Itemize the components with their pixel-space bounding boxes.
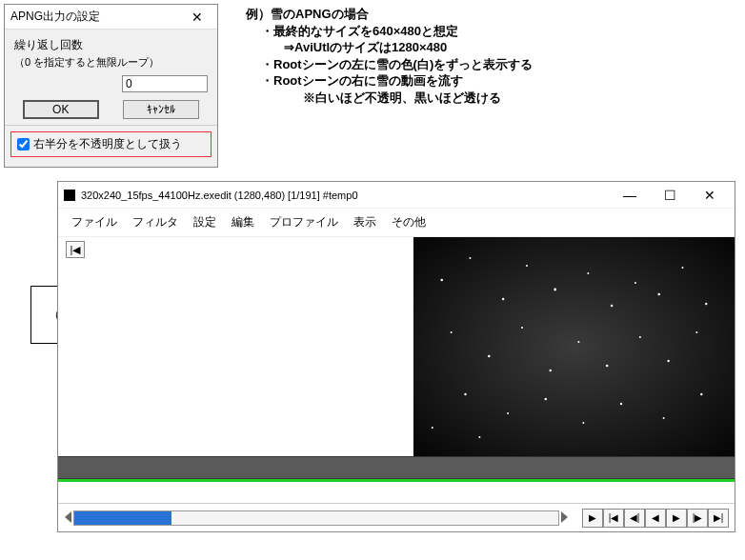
right-pane-snow-video (413, 237, 735, 456)
dialog-title: APNG出力の設定 (10, 9, 100, 25)
timeline-bar (58, 456, 735, 479)
explanation-text: 例）雪のAPNGの場合 ・最終的なサイズを640×480と想定 ⇒AviUtlの… (246, 6, 533, 106)
timeline-strip (58, 482, 735, 503)
menu-file[interactable]: ファイル (66, 212, 123, 232)
svg-point-19 (667, 360, 669, 362)
app-icon (64, 190, 75, 201)
svg-point-6 (587, 272, 589, 274)
svg-point-16 (577, 341, 579, 343)
svg-point-12 (451, 331, 453, 333)
explain-line3: ・Rootシーンの左に雪の色(白)をずっと表示する (246, 56, 533, 73)
svg-point-17 (606, 365, 609, 368)
step-back-button[interactable]: ◀ (645, 509, 666, 528)
menu-view[interactable]: 表示 (348, 212, 382, 232)
menu-edit[interactable]: 編集 (226, 212, 260, 232)
svg-point-5 (554, 289, 556, 291)
svg-rect-0 (413, 237, 735, 456)
close-icon[interactable]: ✕ (691, 184, 729, 207)
svg-point-20 (695, 331, 697, 333)
svg-point-21 (464, 393, 466, 395)
svg-point-26 (663, 417, 665, 419)
svg-point-25 (620, 403, 622, 405)
explain-line2: ⇒AviUtlのサイズは1280×480 (246, 39, 533, 56)
seek-right-icon[interactable] (561, 511, 568, 523)
svg-point-14 (521, 327, 523, 329)
explain-line1: ・最終的なサイズを640×480と想定 (246, 23, 533, 40)
play-button[interactable]: ▶ (582, 509, 603, 528)
menu-profile[interactable]: プロファイル (264, 212, 344, 232)
preview-title: 320x240_15fps_44100Hz.exedit (1280,480) … (81, 190, 611, 201)
explain-line4: ・Rootシーンの右に雪の動画を流す (246, 72, 533, 90)
svg-point-29 (478, 436, 480, 438)
minimize-icon[interactable]: — (611, 184, 649, 207)
explain-line5: ※白いほど不透明、黒いほど透ける (246, 90, 533, 107)
svg-point-8 (634, 282, 636, 284)
preview-window: 320x240_15fps_44100Hz.exedit (1280,480) … (57, 181, 735, 532)
menu-other[interactable]: その他 (386, 212, 432, 232)
svg-point-2 (469, 257, 471, 259)
apng-settings-dialog: APNG出力の設定 ✕ 繰り返し回数 （0 を指定すると無限ループ） OK ｷｬ… (4, 4, 218, 168)
svg-point-15 (550, 370, 552, 371)
opacity-checkbox-label: 右半分を不透明度として扱う (33, 136, 182, 152)
divider (5, 125, 217, 126)
go-start-button[interactable]: |◀ (603, 509, 624, 528)
svg-point-9 (657, 293, 660, 296)
menu-filter[interactable]: フィルタ (127, 212, 184, 232)
repeat-input[interactable] (122, 75, 208, 92)
playback-area: ▶ |◀ ◀| ◀ ▶ |▶ ▶| (58, 503, 735, 531)
content-split (92, 237, 735, 456)
snow-svg (413, 237, 735, 456)
left-pane-white (92, 237, 413, 456)
preview-main: |◀ (58, 237, 735, 456)
svg-point-3 (502, 298, 504, 300)
close-icon[interactable]: ✕ (183, 8, 211, 27)
dialog-body: 繰り返し回数 （0 を指定すると無限ループ） OK ｷｬﾝｾﾙ 右半分を不透明度… (5, 30, 217, 167)
svg-point-13 (488, 355, 491, 358)
seek-left-icon[interactable] (65, 511, 71, 523)
svg-point-7 (611, 305, 613, 307)
rewind-button[interactable]: |◀ (66, 241, 85, 258)
svg-point-23 (544, 398, 547, 401)
svg-point-27 (700, 393, 702, 395)
preview-menu: ファイル フィルタ 設定 編集 プロファイル 表示 その他 (58, 209, 735, 237)
prev-frame-button[interactable]: ◀| (624, 509, 645, 528)
svg-point-18 (639, 336, 641, 338)
svg-point-10 (681, 267, 683, 269)
seek-bar[interactable] (73, 510, 559, 526)
svg-point-11 (705, 303, 707, 305)
next-frame-button[interactable]: |▶ (687, 509, 708, 528)
maximize-icon[interactable]: ☐ (651, 184, 689, 207)
svg-point-28 (432, 427, 433, 429)
svg-point-24 (582, 422, 584, 424)
repeat-hint: （0 を指定すると無限ループ） (14, 55, 208, 70)
preview-titlebar: 320x240_15fps_44100Hz.exedit (1280,480) … (58, 182, 735, 209)
step-fwd-button[interactable]: ▶ (666, 509, 687, 528)
explain-heading: 例）雪のAPNGの場合 (246, 6, 533, 23)
ok-button[interactable]: OK (23, 100, 99, 119)
opacity-checkbox[interactable] (17, 138, 30, 150)
go-end-button[interactable]: ▶| (708, 509, 729, 528)
svg-point-4 (526, 265, 528, 267)
seek-progress (74, 511, 171, 525)
svg-point-1 (440, 279, 443, 282)
playback-buttons: ▶ |◀ ◀| ◀ ▶ |▶ ▶| (582, 509, 729, 528)
repeat-label: 繰り返し回数 (14, 37, 208, 53)
svg-point-22 (507, 412, 509, 414)
dialog-titlebar: APNG出力の設定 ✕ (5, 5, 217, 30)
cancel-button[interactable]: ｷｬﾝｾﾙ (123, 100, 199, 119)
opacity-checkbox-highlight: 右半分を不透明度として扱う (10, 131, 211, 157)
menu-settings[interactable]: 設定 (188, 212, 222, 232)
